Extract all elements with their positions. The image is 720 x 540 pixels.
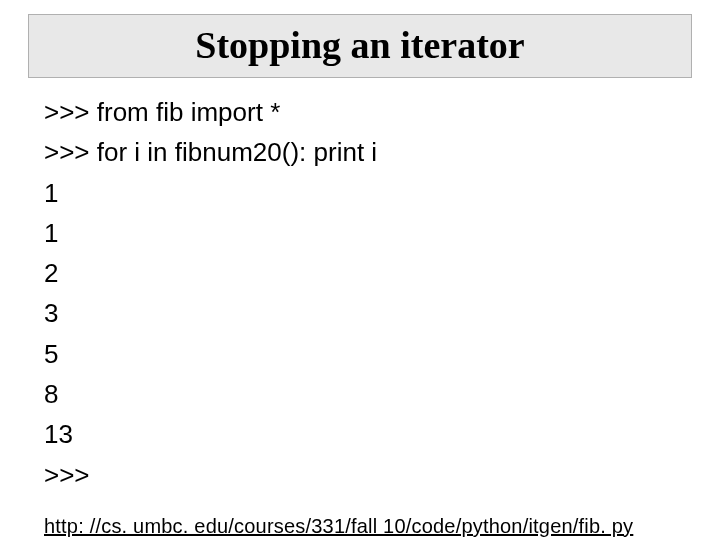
code-line: 8 xyxy=(44,374,680,414)
code-line: >>> for i in fibnum20(): print i xyxy=(44,132,680,172)
code-block: >>> from fib import * >>> for i in fibnu… xyxy=(44,92,680,495)
code-line: 1 xyxy=(44,213,680,253)
source-link[interactable]: http: //cs. umbc. edu/courses/331/fall 1… xyxy=(44,515,633,538)
slide-title: Stopping an iterator xyxy=(195,24,524,66)
code-line: 3 xyxy=(44,293,680,333)
title-bar: Stopping an iterator xyxy=(28,14,692,78)
code-line: 5 xyxy=(44,334,680,374)
code-line: >>> from fib import * xyxy=(44,92,680,132)
code-line: 2 xyxy=(44,253,680,293)
code-line: 1 xyxy=(44,173,680,213)
slide: Stopping an iterator >>> from fib import… xyxy=(0,14,720,540)
code-line: >>> xyxy=(44,455,680,495)
code-line: 13 xyxy=(44,414,680,454)
